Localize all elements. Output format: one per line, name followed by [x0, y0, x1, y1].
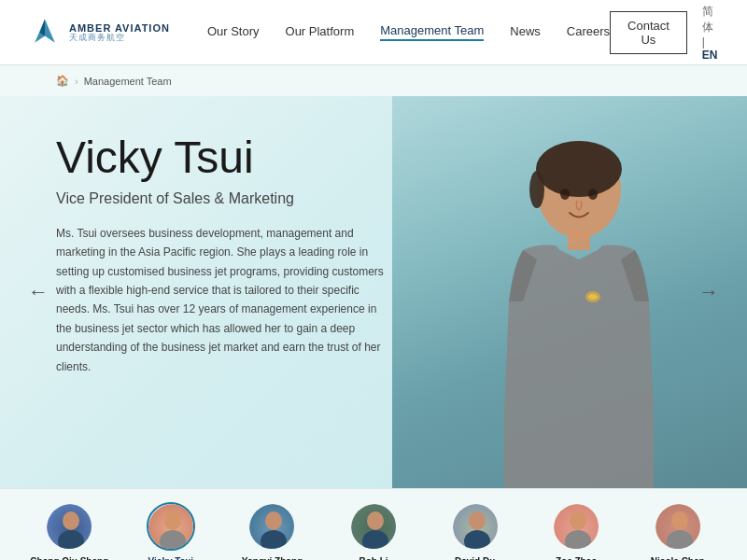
nav-our-platform[interactable]: Our Platform	[286, 24, 355, 40]
svg-point-7	[588, 294, 598, 300]
profile-title: Vice President of Sales & Marketing	[56, 190, 392, 207]
prev-profile-button[interactable]: ←	[19, 271, 58, 314]
lang-cn[interactable]: 简体	[702, 5, 713, 34]
lang-en[interactable]: EN	[702, 49, 718, 62]
svg-point-9	[588, 189, 598, 200]
avatar-1	[147, 502, 195, 551]
svg-point-17	[265, 511, 282, 530]
breadcrumb-home-icon[interactable]: 🏠	[56, 75, 69, 87]
team-member-0[interactable]: Chang Qiu ShengCEO	[19, 502, 120, 560]
team-member-2[interactable]: Yongyi ZhangVP of Flight Operation	[221, 502, 323, 560]
profile-info: Vicky Tsui Vice President of Sales & Mar…	[56, 124, 392, 376]
svg-rect-3	[568, 231, 590, 250]
nav-our-story[interactable]: Our Story	[207, 24, 260, 40]
contact-us-button[interactable]: Contact Us	[610, 11, 687, 54]
logo-text: AMBER AVIATION 天成商务航空	[69, 22, 170, 43]
language-switch[interactable]: 简体 | EN	[702, 4, 719, 62]
svg-point-29	[671, 511, 688, 530]
profile-name: Vicky Tsui	[56, 133, 392, 183]
svg-point-11	[63, 511, 79, 530]
avatar-0	[45, 502, 93, 551]
nav-news[interactable]: News	[510, 24, 541, 40]
member-name-2: Yongyi Zhang	[242, 556, 303, 560]
member-name-3: Bob Li	[359, 556, 388, 560]
member-name-6: Nicole Chen	[651, 556, 705, 560]
main-nav: Our Story Our Platform Management Team N…	[207, 23, 610, 41]
brand-name-en: AMBER AVIATION	[69, 22, 170, 34]
svg-point-26	[570, 511, 586, 530]
lang-sep: |	[702, 35, 705, 49]
next-profile-button[interactable]: →	[689, 271, 728, 314]
team-member-5[interactable]: Zoe ZhaoVP of Finance	[526, 502, 627, 560]
team-member-3[interactable]: Bob LiVP of Operations	[323, 502, 425, 560]
breadcrumb-current: Management Team	[84, 76, 172, 87]
team-thumbnails: Chang Qiu ShengCEOVicky TsuiVP of Market…	[0, 488, 747, 560]
svg-point-4	[536, 141, 622, 197]
team-member-6[interactable]: Nicole ChenVP of HR	[627, 502, 728, 560]
avatar-4	[451, 502, 500, 551]
svg-point-8	[560, 189, 570, 200]
breadcrumb: 🏠 › Management Team	[0, 65, 747, 96]
avatar-3	[349, 502, 398, 551]
profile-section: ← Vicky Tsui Vice President of Sales & M…	[0, 96, 747, 488]
svg-point-14	[164, 511, 181, 530]
nav-management-team[interactable]: Management Team	[380, 23, 484, 41]
member-name-0: Chang Qiu Sheng	[30, 556, 108, 560]
member-name-4: David Du	[455, 556, 495, 560]
svg-point-23	[469, 511, 486, 530]
avatar-2	[247, 502, 296, 551]
avatar-5	[552, 502, 600, 551]
team-member-1[interactable]: Vicky TsuiVP of Marketing	[120, 502, 222, 560]
breadcrumb-sep: ›	[75, 76, 78, 87]
team-member-4[interactable]: David DuExecutive VP	[424, 502, 526, 560]
profile-bio: Ms. Tsui oversees business development, …	[56, 224, 392, 376]
logo[interactable]: AMBER AVIATION 天成商务航空	[28, 16, 170, 49]
avatar-6	[654, 502, 702, 551]
header-right: Contact Us 简体 | EN	[610, 4, 719, 62]
header: AMBER AVIATION 天成商务航空 Our Story Our Plat…	[0, 0, 747, 65]
svg-point-5	[529, 171, 544, 208]
nav-careers[interactable]: Careers	[567, 24, 610, 40]
logo-icon	[28, 16, 62, 49]
member-name-5: Zoe Zhao	[556, 556, 597, 560]
svg-point-20	[367, 511, 384, 530]
member-name-1: Vicky Tsui	[148, 556, 194, 560]
brand-name-cn: 天成商务航空	[69, 34, 170, 43]
profile-silhouette	[430, 115, 728, 488]
